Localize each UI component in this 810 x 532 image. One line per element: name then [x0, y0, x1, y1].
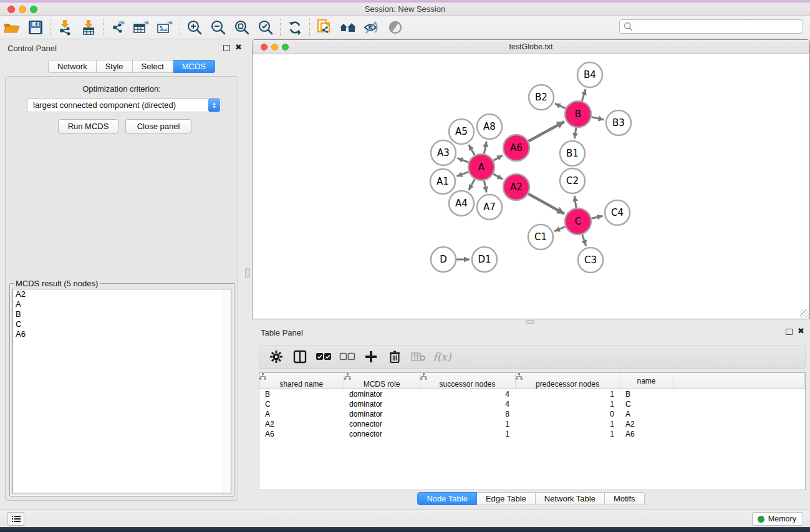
graph-node-C4[interactable]: C4 [605, 200, 630, 225]
zoom-selected-button[interactable] [254, 17, 277, 37]
export-network-button[interactable] [106, 17, 130, 37]
network-canvas[interactable]: B4B2BB3A8A5A6A3B1AA1C2A2A4A7C4CC1C3DD1 [253, 54, 809, 319]
graph-edge-A2-C[interactable] [528, 194, 564, 214]
tab-style[interactable]: Style [97, 60, 133, 73]
table-cell[interactable]: B [620, 389, 673, 399]
graph-node-A1[interactable]: A1 [430, 169, 455, 194]
float-panel-icon[interactable] [223, 45, 230, 51]
graph-node-C2[interactable]: C2 [560, 168, 585, 193]
graph-node-A6[interactable]: A6 [503, 135, 529, 161]
table-cell[interactable]: 4 [420, 399, 515, 409]
network-zoom-button[interactable] [282, 44, 289, 51]
table-cell[interactable]: B [259, 389, 344, 399]
graph-node-D[interactable]: D [431, 247, 456, 272]
close-panel-icon[interactable]: ✖ [235, 44, 242, 51]
graph-edge-C-C2[interactable] [574, 196, 576, 208]
open-folder-button[interactable] [0, 17, 24, 37]
memory-button[interactable]: Memory [752, 512, 803, 526]
show-graphics-button[interactable] [383, 17, 407, 37]
graph-edge-A-A6[interactable] [493, 155, 503, 160]
table-cell[interactable]: dominator [344, 409, 420, 419]
graph-node-B3[interactable]: B3 [606, 110, 631, 135]
table-cell[interactable]: 1 [420, 429, 515, 439]
import-network-button[interactable] [53, 17, 77, 37]
table-row[interactable]: A6connector11A6 [259, 429, 805, 439]
table-float-panel-icon[interactable] [786, 329, 793, 335]
graph-edge-C-C1[interactable] [554, 226, 566, 231]
delete-table-button[interactable] [407, 347, 430, 367]
graph-node-A4[interactable]: A4 [449, 191, 474, 216]
table-cell[interactable]: A [620, 409, 673, 419]
graph-edge-B-B1[interactable] [574, 128, 576, 138]
table-row[interactable]: Bdominator41B [259, 389, 805, 399]
deselect-all-button[interactable] [335, 347, 359, 367]
duplicate-network-button[interactable] [312, 17, 336, 37]
table-cell[interactable]: A [259, 409, 344, 419]
table-cell[interactable]: C [259, 399, 344, 409]
table-tab-motifs[interactable]: Motifs [605, 492, 645, 505]
horizontal-splitter-handle[interactable] [526, 320, 534, 324]
home-button[interactable] [336, 17, 360, 37]
add-column-button[interactable] [359, 347, 383, 367]
table-cell[interactable]: 1 [515, 389, 620, 399]
table-tab-network-table[interactable]: Network Table [536, 492, 605, 505]
graph-node-A2[interactable]: A2 [503, 174, 529, 200]
graph-edge-C-C4[interactable] [591, 216, 602, 218]
tab-network[interactable]: Network [48, 60, 97, 73]
graph-node-C3[interactable]: C3 [578, 248, 603, 273]
graph-node-A8[interactable]: A8 [477, 114, 502, 139]
select-all-button[interactable] [312, 347, 335, 367]
column-header-predecessor-nodes[interactable]: predecessor nodes [515, 373, 620, 389]
tab-mcds[interactable]: MCDS [173, 60, 215, 73]
export-table-button[interactable] [130, 17, 153, 37]
table-cell[interactable]: connector [344, 419, 420, 429]
graph-edge-A-A3[interactable] [457, 158, 468, 162]
close-panel-button[interactable]: Close panel [125, 119, 191, 133]
graph-edge-A6-B[interactable] [528, 122, 564, 141]
table-cell[interactable]: A2 [259, 419, 344, 429]
table-row[interactable]: A2connector11A2 [259, 419, 805, 429]
graph-edge-A-A8[interactable] [484, 142, 486, 154]
table-cell[interactable]: A6 [259, 429, 344, 439]
table-close-panel-icon[interactable]: ✖ [798, 328, 804, 334]
mcds-result-item[interactable]: A6 [13, 329, 231, 339]
search-input[interactable] [635, 21, 803, 32]
graph-node-A5[interactable]: A5 [449, 119, 474, 144]
import-table-button[interactable] [77, 17, 100, 37]
graph-node-A7[interactable]: A7 [477, 195, 502, 220]
graph-node-B[interactable]: B [565, 101, 591, 127]
table-cell[interactable]: 1 [515, 399, 620, 409]
export-image-button[interactable] [153, 17, 177, 37]
column-header-MCDS-role[interactable]: MCDS role [344, 373, 420, 389]
table-cell[interactable]: 0 [515, 409, 620, 419]
table-cell[interactable]: 8 [420, 409, 515, 419]
graph-node-B2[interactable]: B2 [529, 85, 554, 110]
table-cell[interactable]: connector [344, 429, 420, 439]
close-window-button[interactable] [7, 6, 15, 13]
mcds-result-item[interactable]: C [13, 319, 231, 329]
tab-select[interactable]: Select [133, 60, 173, 73]
table-cell[interactable]: dominator [344, 399, 420, 409]
graph-edge-B-B3[interactable] [592, 117, 604, 120]
column-header-shared-name[interactable]: shared name [259, 373, 344, 389]
zoom-fit-button[interactable] [230, 17, 254, 37]
mcds-result-item[interactable]: A [13, 299, 231, 309]
run-mcds-button[interactable]: Run MCDS [58, 119, 118, 133]
graph-node-C1[interactable]: C1 [528, 225, 553, 249]
table-tab-edge-table[interactable]: Edge Table [477, 492, 536, 505]
zoom-out-button[interactable] [206, 17, 230, 37]
graph-node-A[interactable]: A [468, 154, 494, 180]
graph-node-D1[interactable]: D1 [472, 247, 497, 272]
table-cell[interactable]: A2 [620, 419, 673, 429]
network-window-titlebar[interactable]: testGlobe.txt [253, 40, 809, 54]
zoom-in-button[interactable] [183, 17, 206, 37]
table-cell[interactable]: 1 [515, 419, 620, 429]
column-header-name[interactable]: name [620, 373, 673, 389]
result-scrollbar[interactable] [223, 289, 231, 493]
network-graph[interactable]: B4B2BB3A8A5A6A3B1AA1C2A2A4A7C4CC1C3DD1 [253, 54, 809, 319]
optimization-criterion-select[interactable]: largest connected component (directed) ▲… [27, 98, 221, 112]
delete-column-button[interactable] [383, 347, 407, 367]
window-resize-grip[interactable] [800, 309, 809, 318]
network-minimize-button[interactable] [271, 44, 278, 51]
table-row[interactable]: Adominator80A [259, 409, 805, 419]
